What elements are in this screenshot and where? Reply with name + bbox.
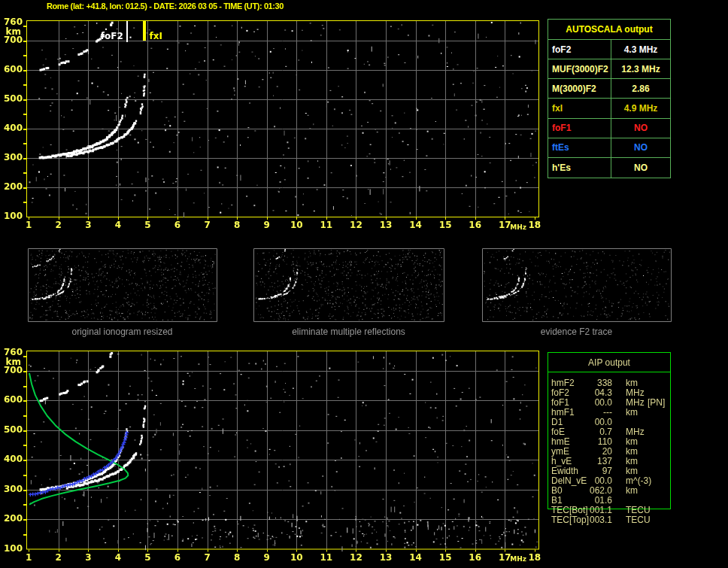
param-label: ftEs bbox=[548, 138, 611, 157]
autoscala-row-m3000f2: M(3000)F22.86 bbox=[548, 79, 670, 99]
station-title: Rome (lat: +41.8, lon: 012.5) - DATE: 20… bbox=[47, 2, 284, 11]
autoscala-row-fxi: fxI4.9 MHz bbox=[548, 99, 670, 118]
aip-un: km bbox=[626, 486, 638, 496]
param-value: 12.3 MHz bbox=[611, 59, 670, 78]
param-value: NO bbox=[611, 158, 670, 178]
param-value: 2.86 bbox=[611, 79, 670, 98]
param-label: foF1 bbox=[548, 119, 611, 138]
autoscala-screen: Rome (lat: +41.8, lon: 012.5) - DATE: 20… bbox=[0, 0, 728, 568]
aip-table-rows: hmF2338kmfoF204.3MHzfoF100.0MHz[PN]hmF1-… bbox=[548, 378, 671, 525]
autoscala-output-table: AUTOSCALA output foF24.3 MHzMUF(3000)F21… bbox=[548, 19, 671, 178]
autoscala-row-hes: h'EsNO bbox=[548, 158, 670, 178]
aip-row-tectop: TEC[Top]003.1TECU bbox=[548, 515, 671, 525]
panel-caption-reflections: eliminate multiple reflections bbox=[253, 327, 444, 337]
param-value: NO bbox=[611, 138, 670, 157]
aip-table-title: AIP output bbox=[548, 353, 670, 372]
autoscala-table-rows: foF24.3 MHzMUF(3000)F212.3 MHzM(3000)F22… bbox=[548, 40, 670, 178]
param-label: foF2 bbox=[548, 40, 611, 59]
aip-vl: 003.1 bbox=[570, 515, 612, 525]
autoscala-table-title: AUTOSCALA output bbox=[548, 20, 670, 40]
param-label: M(3000)F2 bbox=[548, 79, 611, 98]
aip-ex: [PN] bbox=[648, 398, 665, 408]
autoscala-row-ftes: ftEsNO bbox=[548, 138, 670, 158]
param-value: 4.9 MHz bbox=[611, 99, 670, 117]
aip-un: TECU bbox=[626, 515, 651, 525]
autoscala-row-fof2: foF24.3 MHz bbox=[548, 40, 670, 59]
param-label: h'Es bbox=[548, 158, 611, 178]
param-label: MUF(3000)F2 bbox=[548, 59, 611, 78]
param-value: 4.3 MHz bbox=[611, 40, 670, 59]
param-label: fxI bbox=[548, 99, 611, 117]
autoscala-row-muf3000f2: MUF(3000)F212.3 MHz bbox=[548, 59, 670, 79]
param-value: NO bbox=[611, 119, 670, 138]
panel-caption-original: original ionogram resized bbox=[28, 327, 217, 337]
aip-un: km bbox=[626, 408, 638, 418]
autoscala-row-fof1: foF1NO bbox=[548, 119, 670, 138]
panel-caption-f2trace: evidence F2 trace bbox=[482, 327, 671, 337]
